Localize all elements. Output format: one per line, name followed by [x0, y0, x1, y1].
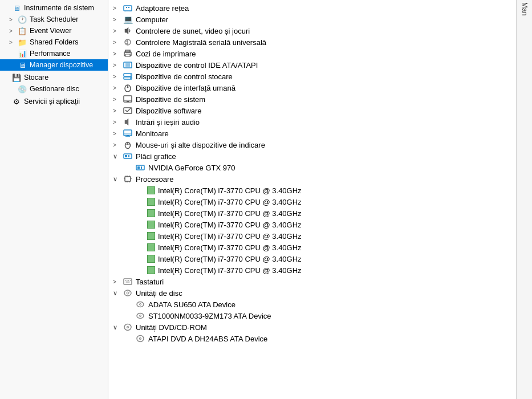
- svg-marker-5: [125, 27, 128, 34]
- tree-arrow-computer: >: [113, 17, 122, 23]
- tree-item-cpu3[interactable]: Intel(R) Core(TM) i7-3770 CPU @ 3.40GHz: [108, 207, 516, 219]
- tree-icon-st1000: [135, 311, 146, 321]
- tree-text-cpu4: Intel(R) Core(TM) i7-3770 CPU @ 3.40GHz: [158, 221, 302, 229]
- tree-item-print[interactable]: > Cozi de imprimare: [108, 48, 516, 59]
- svg-rect-11: [125, 50, 130, 52]
- tree-item-hid[interactable]: > Dispozitive de interfață umană: [108, 82, 516, 93]
- tree-item-cpu4[interactable]: Intel(R) Core(TM) i7-3770 CPU @ 3.40GHz: [108, 219, 516, 230]
- tree-item-sys-dev[interactable]: > Dispozitive de sistem: [108, 93, 516, 105]
- svg-line-29: [127, 108, 131, 112]
- gestion-icon: 💿: [17, 84, 27, 93]
- tree-item-ide[interactable]: > Dispozitive de control IDE ATA/ATAPI: [108, 59, 516, 71]
- tree-item-audio[interactable]: > Intrări și ieșiri audio: [108, 116, 516, 128]
- tree-item-cpu7[interactable]: Intel(R) Core(TM) i7-3770 CPU @ 3.40GHz: [108, 253, 516, 264]
- svg-point-60: [124, 290, 131, 296]
- sidebar-item-event-viewer[interactable]: > 📋 Event Viewer: [0, 25, 108, 36]
- arrow-shared: >: [9, 39, 17, 46]
- tree-item-cpu[interactable]: ∨ Procesoare: [108, 173, 516, 185]
- tree-item-hdd[interactable]: ∨ Unități de disc: [108, 287, 516, 299]
- tree-item-cpu8[interactable]: Intel(R) Core(TM) i7-3770 CPU @ 3.40GHz: [108, 264, 516, 276]
- svg-point-65: [137, 314, 144, 319]
- tree-text-dvd: Unități DVD/CD-ROM: [136, 323, 207, 332]
- tree-icon-nvidia: [135, 162, 146, 173]
- svg-point-62: [129, 291, 130, 292]
- tree-arrow-sound: >: [113, 28, 122, 34]
- tree-item-sound[interactable]: > Controlere de sunet, video și jocuri: [108, 25, 516, 36]
- tree-icon-dvd: [122, 322, 133, 332]
- tree-text-keyboard: Tastaturi: [136, 278, 164, 286]
- content-area: 🖥 Instrumente de sistem > 🕐 Task Schedul…: [0, 0, 532, 399]
- tree-item-cpu1[interactable]: Intel(R) Core(TM) i7-3770 CPU @ 3.40GHz: [108, 185, 516, 196]
- sidebar-item-gestionare[interactable]: 💿 Gestionare disc: [0, 83, 108, 95]
- tree-text-cpu6: Intel(R) Core(TM) i7-3770 CPU @ 3.40GHz: [158, 243, 302, 252]
- tree-text-hid: Dispozitive de interfață umană: [136, 84, 235, 92]
- svg-point-20: [130, 78, 131, 79]
- sidebar-item-stocare[interactable]: 💾 Stocare: [0, 72, 108, 83]
- tree-arrow-keyboard: >: [113, 279, 122, 285]
- tree-text-adata: ADATA SU650 ATA Device: [148, 300, 235, 309]
- sidebar-item-servicii[interactable]: ⚙ Servicii și aplicații: [0, 96, 108, 107]
- svg-point-69: [128, 327, 128, 328]
- tree-icon-cpu5: [147, 232, 155, 240]
- tree-text-gpu: Plăci grafice: [136, 152, 176, 161]
- sidebar-label-task: Task Scheduler: [30, 15, 78, 23]
- tree-icon-sound: [122, 26, 133, 36]
- tree-item-cpu5[interactable]: Intel(R) Core(TM) i7-3770 CPU @ 3.40GHz: [108, 230, 516, 242]
- sidebar-item-instrumente[interactable]: 🖥 Instrumente de sistem: [0, 2, 108, 14]
- tree-arrow-soft-dev: >: [113, 108, 122, 114]
- tree-item-adata[interactable]: ADATA SU650 ATA Device: [108, 299, 516, 310]
- tree-item-mouse[interactable]: > Mouse-uri și alte dispozitive de indic…: [108, 139, 516, 150]
- tree-text-adaptoare: Adaptoare rețea: [136, 4, 189, 13]
- sidebar-item-task-scheduler[interactable]: > 🕐 Task Scheduler: [0, 14, 108, 25]
- tree-item-cpu6[interactable]: Intel(R) Core(TM) i7-3770 CPU @ 3.40GHz: [108, 242, 516, 253]
- sidebar-label-event: Event Viewer: [30, 27, 71, 35]
- tree-text-cpu5: Intel(R) Core(TM) i7-3770 CPU @ 3.40GHz: [158, 232, 302, 241]
- tree-arrow-storage: >: [113, 74, 122, 80]
- sidebar-label-servicii: Servicii și aplicații: [24, 97, 80, 105]
- tree-arrow-dvd: ∨: [113, 324, 122, 331]
- event-icon: 📋: [17, 26, 27, 35]
- tree-item-nvidia[interactable]: NVIDIA GeForce GTX 970: [108, 162, 516, 173]
- tree-item-computer[interactable]: > 💻 Computer: [108, 14, 516, 25]
- svg-rect-56: [127, 280, 128, 281]
- sidebar-item-performance[interactable]: 📊 Performance: [0, 48, 108, 59]
- arrow-event: >: [9, 28, 17, 34]
- tree-text-sound: Controlere de sunet, video și jocuri: [136, 27, 250, 35]
- tree-icon-keyboard: [122, 276, 133, 287]
- tree-icon-gpu: [122, 151, 133, 161]
- tree-icon-adaptoare: [122, 3, 133, 13]
- svg-rect-57: [128, 280, 129, 281]
- tree-item-atapi[interactable]: ATAPI DVD A DH24ABS ATA Device: [108, 333, 516, 344]
- tree-item-gpu[interactable]: ∨ Plăci grafice: [108, 150, 516, 162]
- tree-arrow-usb: >: [113, 39, 122, 46]
- tree-arrow-hdd: ∨: [113, 290, 122, 297]
- tree-icon-usb: [122, 37, 133, 47]
- tree-text-nvidia: NVIDIA GeForce GTX 970: [148, 164, 235, 172]
- tree-item-st1000[interactable]: ST1000NM0033-9ZM173 ATA Device: [108, 310, 516, 321]
- tree-icon-computer: 💻: [122, 14, 133, 25]
- sidebar-label-perf: Performance: [30, 50, 71, 58]
- sidebar-item-shared-folders[interactable]: > 📁 Shared Folders: [0, 36, 108, 48]
- svg-rect-43: [141, 166, 142, 169]
- main-window: 🖥 Instrumente de sistem > 🕐 Task Schedul…: [0, 0, 532, 399]
- tree-text-cpu7: Intel(R) Core(TM) i7-3770 CPU @ 3.40GHz: [158, 255, 302, 263]
- tree-text-hdd: Unități de disc: [136, 289, 182, 298]
- arrow-task: >: [9, 17, 17, 23]
- tree-item-usb[interactable]: > Controlere Magistrală serială universa…: [108, 36, 516, 48]
- tree-icon-hid: [122, 83, 133, 93]
- sidebar-item-manager-dispozitive[interactable]: 🖥 Manager dispozitive: [0, 59, 108, 71]
- tree-item-monitors[interactable]: > Monitoare: [108, 128, 516, 139]
- tree-item-keyboard[interactable]: > Tastaturi: [108, 276, 516, 287]
- sidebar-label-manager: Manager dispozitive: [30, 61, 93, 69]
- tree-text-atapi: ATAPI DVD A DH24ABS ATA Device: [148, 335, 267, 343]
- tree-item-soft-dev[interactable]: > Dispozitive software: [108, 105, 516, 116]
- tree-item-adaptoare[interactable]: > Adaptoare rețea: [108, 2, 516, 14]
- instrumente-icon: 🖥: [11, 3, 22, 13]
- svg-point-72: [140, 339, 141, 339]
- sidebar-label-instrumente: Instrumente de sistem: [24, 4, 94, 12]
- tree-item-storage[interactable]: > Dispozitive de control stocare: [108, 71, 516, 82]
- tree-text-print: Cozi de imprimare: [136, 50, 196, 58]
- tree-item-dvd[interactable]: ∨ Unități DVD/CD-ROM: [108, 321, 516, 333]
- tree-item-cpu2[interactable]: Intel(R) Core(TM) i7-3770 CPU @ 3.40GHz: [108, 196, 516, 207]
- svg-rect-0: [124, 6, 132, 11]
